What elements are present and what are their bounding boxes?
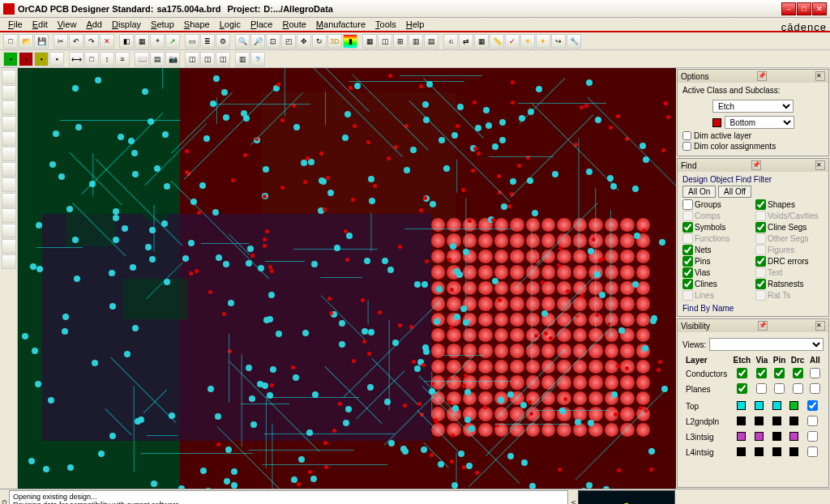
snap-icon[interactable]: ⌖: [150, 34, 165, 49]
views-select[interactable]: [709, 338, 824, 351]
all-off-button[interactable]: All Off: [718, 186, 751, 198]
vis-checkbox[interactable]: [737, 383, 747, 394]
panel-pin-icon[interactable]: 📌: [757, 71, 767, 81]
worldview[interactable]: [578, 490, 675, 504]
zoom-fit-icon[interactable]: ⊡: [266, 34, 280, 49]
find-pins[interactable]: Pins: [682, 256, 751, 267]
constraint-icon[interactable]: ▥: [235, 52, 250, 66]
mode4-icon[interactable]: ▪: [49, 52, 64, 66]
move-tool-icon[interactable]: [2, 239, 16, 254]
layer-swatch[interactable]: [737, 401, 746, 410]
tools-icon[interactable]: 🔧: [567, 34, 581, 49]
vis-col-via[interactable]: Via: [754, 355, 769, 365]
mode3-icon[interactable]: ▪: [34, 52, 49, 66]
align-icon[interactable]: ≡: [115, 52, 130, 66]
vis-checkbox[interactable]: [793, 383, 803, 394]
maximize-button[interactable]: □: [797, 2, 811, 15]
layer-swatch[interactable]: [737, 432, 746, 441]
text-tool-icon[interactable]: [2, 131, 16, 146]
menu-manufacture[interactable]: Manufacture: [311, 19, 370, 29]
layer-top[interactable]: Top: [684, 399, 732, 413]
minimize-button[interactable]: –: [781, 2, 796, 15]
pcb-canvas[interactable]: [18, 68, 676, 489]
menu-add[interactable]: Add: [81, 19, 107, 29]
menu-file[interactable]: File: [3, 19, 28, 29]
delete-icon[interactable]: ✕: [100, 34, 114, 49]
vis-checkbox[interactable]: [756, 383, 767, 394]
find-ratsnests[interactable]: Ratsnests: [755, 279, 824, 289]
layers-icon[interactable]: ≣: [200, 34, 215, 49]
part-icon[interactable]: ◫: [378, 34, 392, 49]
sun-icon[interactable]: ✦: [536, 34, 550, 49]
zoom-window-icon[interactable]: ◰: [281, 34, 296, 49]
drc-icon[interactable]: ✓: [505, 34, 520, 49]
report-icon[interactable]: ▦: [474, 34, 489, 49]
layer-toggle[interactable]: [807, 416, 818, 426]
layer-toggle[interactable]: [807, 400, 818, 411]
layer-l4intsig[interactable]: L4intsig: [684, 446, 732, 459]
db2-icon[interactable]: ◫: [200, 52, 215, 66]
layer-swatch[interactable]: [737, 447, 746, 456]
export-icon[interactable]: ↪: [551, 34, 566, 49]
find-symbols[interactable]: Symbols: [682, 222, 751, 233]
find-clines[interactable]: Clines: [682, 279, 751, 289]
save-icon[interactable]: 💾: [34, 34, 49, 49]
dim-v-icon[interactable]: ↕: [100, 52, 114, 66]
window-icon[interactable]: ▭: [185, 34, 199, 49]
menu-edit[interactable]: Edit: [28, 19, 53, 29]
cut-icon[interactable]: ✂: [53, 34, 68, 49]
layer-l3intsig[interactable]: L3intsig: [684, 430, 732, 444]
menu-display[interactable]: Display: [107, 19, 146, 29]
db1-icon[interactable]: ◫: [185, 52, 199, 66]
subclass-swatch[interactable]: [712, 118, 721, 127]
find-groups[interactable]: Groups: [682, 199, 751, 210]
layer-swatch[interactable]: [755, 447, 764, 456]
group-icon[interactable]: ▥: [409, 34, 423, 49]
menu-setup[interactable]: Setup: [146, 19, 179, 29]
layer-swatch[interactable]: [737, 416, 746, 425]
new-file-icon[interactable]: □: [3, 34, 18, 49]
layer-swatch[interactable]: [772, 432, 781, 441]
help-icon[interactable]: ?: [250, 52, 265, 66]
vis-checkbox[interactable]: [793, 368, 803, 378]
layer-swatch[interactable]: [772, 447, 781, 456]
zoom-out-icon[interactable]: 🔎: [250, 34, 265, 49]
color-icon[interactable]: ▮: [343, 34, 357, 49]
layer-l2gndpln[interactable]: L2gndpln: [684, 415, 732, 429]
redo-icon[interactable]: ↷: [84, 34, 99, 49]
find-vias[interactable]: Vias: [682, 267, 751, 278]
layer-swatch[interactable]: [755, 432, 764, 441]
layer-swatch[interactable]: [755, 401, 764, 410]
shape-tool-icon[interactable]: [2, 162, 16, 177]
properties-icon[interactable]: ◧: [119, 34, 134, 49]
menu-view[interactable]: View: [53, 19, 82, 29]
layer-swatch[interactable]: [789, 447, 798, 456]
copy-tool-icon[interactable]: [2, 254, 16, 269]
component-icon[interactable]: ▦: [362, 34, 377, 49]
redraw-icon[interactable]: ↻: [312, 34, 327, 49]
layer-swatch[interactable]: [789, 416, 798, 425]
menu-shape[interactable]: Shape: [179, 19, 215, 29]
panel-close-icon[interactable]: ✕: [815, 160, 825, 170]
vis-col-etch[interactable]: Etch: [731, 355, 752, 365]
open-file-icon[interactable]: 📂: [19, 34, 33, 49]
panel-pin-icon[interactable]: 📌: [758, 321, 768, 331]
find-drcerrors[interactable]: DRC errors: [755, 256, 824, 267]
vis-col-drc[interactable]: Drc: [789, 355, 806, 365]
find-nets[interactable]: Nets: [682, 245, 751, 255]
console-tab[interactable]: Comma: [0, 489, 8, 504]
options-icon[interactable]: ⚙: [216, 34, 230, 49]
poly-tool-icon[interactable]: [2, 177, 16, 192]
menu-logic[interactable]: Logic: [215, 19, 246, 29]
book-icon[interactable]: 📖: [135, 52, 149, 66]
layer-swatch[interactable]: [755, 416, 764, 425]
measure-icon[interactable]: 📏: [490, 34, 504, 49]
pin-tool-icon[interactable]: [2, 193, 16, 207]
grid-icon[interactable]: ▦: [135, 34, 149, 49]
rect-tool-icon[interactable]: [2, 100, 16, 115]
vis-col-pin[interactable]: Pin: [772, 355, 788, 365]
doc-icon[interactable]: ▤: [150, 52, 165, 66]
find-clinesegs[interactable]: Cline Segs: [755, 222, 824, 233]
menu-help[interactable]: Help: [401, 19, 430, 29]
vis-checkbox[interactable]: [774, 368, 785, 378]
